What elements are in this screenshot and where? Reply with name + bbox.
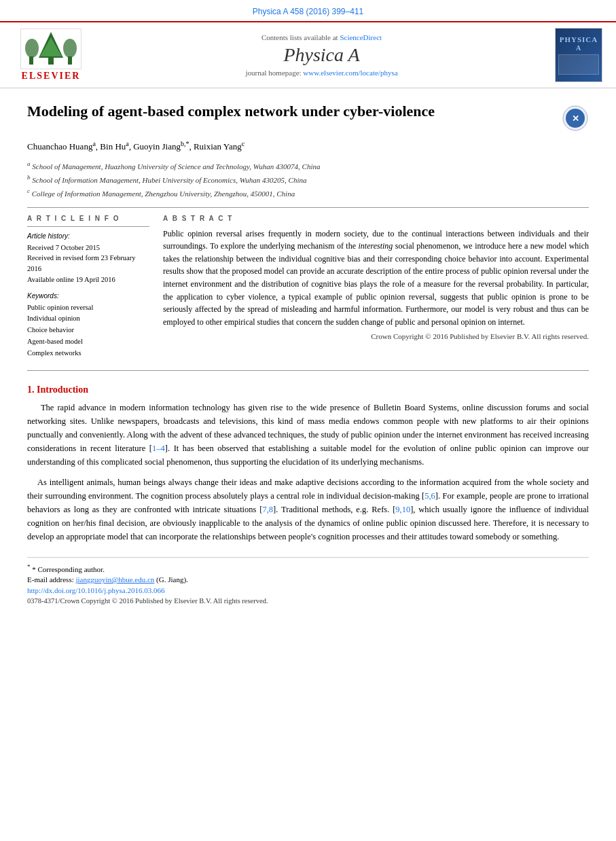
footer-copyright: 0378-4371/Crown Copyright © 2016 Publish…	[27, 597, 589, 605]
interesting-keyword: interesting	[358, 241, 393, 251]
abstract-heading: A B S T R A C T	[163, 215, 589, 222]
article-info-abstract-columns: A R T I C L E I N F O Article history: R…	[27, 215, 589, 359]
journal-header: ELSEVIER Contents lists available at Sci…	[0, 21, 616, 88]
crossmark-svg: ✕	[562, 105, 589, 132]
journal-center: Contents lists available at ScienceDirec…	[95, 33, 548, 77]
svg-rect-6	[29, 56, 33, 65]
article-title: Modeling of agent-based complex network …	[27, 102, 555, 122]
keywords-label: Keywords:	[27, 292, 149, 300]
affiliation-b: b School of Information Management, Hube…	[27, 173, 589, 186]
corresponding-author-note: * * Corresponding author.	[27, 563, 589, 573]
divider-after-affiliations	[27, 207, 589, 208]
elsevier-logo-svg	[21, 29, 81, 69]
doi-link[interactable]: http://dx.doi.org/10.1016/j.physa.2016.0…	[27, 586, 164, 594]
authors-line: Chuanchao Huanga, Bin Hua, Guoyin Jiangb…	[27, 139, 589, 154]
journal-thumb-text: PHYSICA A	[558, 35, 599, 75]
elsevier-logo-block: ELSEVIER	[14, 29, 88, 82]
journal-name-display: Physica A	[95, 44, 548, 66]
introduction-heading: 1. Introduction	[27, 384, 589, 395]
email-suffix: (G. Jiang).	[154, 575, 188, 584]
article-info-heading: A R T I C L E I N F O	[27, 215, 149, 222]
history-item-0: Received 7 October 2015	[27, 243, 149, 253]
svg-point-5	[63, 39, 77, 58]
contents-available-line: Contents lists available at ScienceDirec…	[95, 33, 548, 41]
email-label: E-mail address:	[27, 575, 75, 584]
contents-prefix: Contents lists available at	[261, 33, 340, 41]
abstract-copyright: Crown Copyright © 2016 Published by Else…	[163, 332, 589, 340]
article-title-section: Modeling of agent-based complex network …	[27, 102, 589, 132]
homepage-prefix: journal homepage:	[245, 69, 303, 77]
sciencedirect-link[interactable]: ScienceDirect	[340, 33, 382, 41]
elsevier-logo-image	[20, 29, 81, 69]
journal-homepage-line: journal homepage: www.elsevier.com/locat…	[95, 69, 548, 77]
keyword-2: Choice behavior	[27, 325, 149, 336]
email-footnote: E-mail address: jiangguoyin@hbue.edu.cn …	[27, 575, 589, 584]
footer-section: * * Corresponding author. E-mail address…	[27, 557, 589, 605]
abstract-column: A B S T R A C T Public opinion reversal …	[163, 215, 589, 359]
keyword-0: Public opinion reversal	[27, 302, 149, 314]
affiliations-block: a School of Management, Huazhong Univers…	[27, 159, 589, 200]
journal-reference-link[interactable]: Physica A 458 (2016) 399–411	[0, 0, 616, 21]
crossmark-badge[interactable]: ✕	[562, 105, 589, 132]
divider-before-intro	[27, 370, 589, 371]
email-link[interactable]: jiangguoyin@hbue.edu.cn	[75, 575, 154, 584]
main-content: Modeling of agent-based complex network …	[0, 88, 616, 618]
intro-paragraph-1: The rapid advance in modern information …	[27, 401, 589, 469]
abstract-text: Public opinion reversal arises frequentl…	[163, 228, 589, 329]
ref-7-8[interactable]: 7,8	[262, 505, 273, 514]
elsevier-label: ELSEVIER	[22, 71, 81, 82]
svg-point-4	[25, 39, 39, 58]
history-item-2: Available online 19 April 2016	[27, 274, 149, 285]
homepage-url[interactable]: www.elsevier.com/locate/physa	[303, 69, 397, 77]
ref-9-10[interactable]: 9,10	[395, 505, 410, 514]
intro-paragraph-2: As intelligent animals, human beings alw…	[27, 476, 589, 543]
affiliation-a: a School of Management, Huazhong Univers…	[27, 159, 589, 173]
article-info-column: A R T I C L E I N F O Article history: R…	[27, 215, 149, 359]
svg-text:✕: ✕	[572, 113, 579, 124]
journal-ref-anchor[interactable]: Physica A 458 (2016) 399–411	[253, 7, 363, 16]
page: Physica A 458 (2016) 399–411	[0, 0, 616, 841]
svg-rect-7	[68, 56, 72, 65]
doi-footnote: http://dx.doi.org/10.1016/j.physa.2016.0…	[27, 586, 589, 594]
journal-thumbnail: PHYSICA A	[555, 28, 602, 82]
keyword-1: Individual opinion	[27, 313, 149, 325]
history-item-1: Received in revised form 23 February 201…	[27, 253, 149, 274]
corresponding-author-label: * Corresponding author.	[32, 565, 105, 573]
keyword-3: Agent-based model	[27, 336, 149, 348]
article-history-label: Article history:	[27, 232, 149, 240]
affiliation-c: c College of Information Management, Zhe…	[27, 186, 589, 200]
keyword-4: Complex networks	[27, 348, 149, 359]
article-info-divider	[27, 226, 149, 227]
ref-5-6[interactable]: 5,6	[424, 491, 435, 501]
ref-1-4[interactable]: 1–4	[152, 444, 165, 453]
